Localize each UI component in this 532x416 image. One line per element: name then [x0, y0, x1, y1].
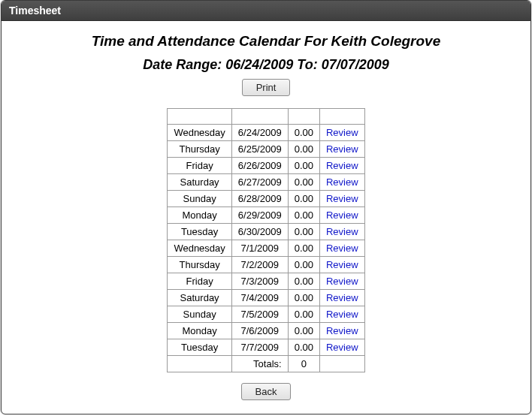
cell-day: Saturday: [168, 290, 231, 306]
cell-date: 7/3/2009: [231, 273, 288, 290]
review-link[interactable]: Review: [326, 176, 358, 188]
table-body: Wednesday6/24/20090.00ReviewThursday6/25…: [168, 125, 364, 356]
cell-day: Tuesday: [168, 224, 231, 240]
cell-hours: 0.00: [288, 158, 319, 174]
cell-action: Review: [319, 339, 364, 356]
cell-action: Review: [319, 273, 364, 290]
cell-action: Review: [319, 240, 364, 257]
cell-date: 7/2/2009: [231, 257, 288, 273]
cell-date: 6/30/2009: [231, 224, 288, 240]
review-link[interactable]: Review: [326, 210, 358, 221]
cell-hours: 0.00: [288, 174, 319, 191]
cell-hours: 0.00: [288, 207, 319, 224]
cell-action: Review: [319, 323, 364, 339]
cell-hours: 0.00: [288, 125, 319, 141]
cell-action: Review: [319, 125, 364, 141]
cell-day: Tuesday: [168, 339, 231, 356]
cell-hours: 0.00: [288, 290, 319, 306]
cell-date: 6/29/2009: [231, 207, 288, 224]
cell-date: 7/7/2009: [231, 339, 288, 356]
table-row: Wednesday7/1/20090.00Review: [168, 240, 364, 257]
review-link[interactable]: Review: [326, 193, 358, 204]
review-link[interactable]: Review: [326, 243, 358, 254]
totals-value: 0: [288, 356, 319, 372]
review-link[interactable]: Review: [326, 226, 358, 237]
cell-day: Friday: [168, 158, 231, 174]
cell-date: 6/27/2009: [231, 174, 288, 191]
review-link[interactable]: Review: [326, 143, 358, 155]
cell-hours: 0.00: [288, 257, 319, 273]
table-row: Tuesday7/7/20090.00Review: [168, 339, 364, 356]
print-button[interactable]: Print: [242, 79, 291, 96]
cell-hours: 0.00: [288, 323, 319, 339]
table-container: Wednesday6/24/20090.00ReviewThursday6/25…: [17, 108, 515, 372]
cell-action: Review: [319, 141, 364, 158]
cell-action: Review: [319, 306, 364, 323]
cell-action: Review: [319, 290, 364, 306]
table-row: Friday7/3/20090.00Review: [168, 273, 364, 290]
table-row: Monday6/29/20090.00Review: [168, 207, 364, 224]
cell-action: Review: [319, 207, 364, 224]
table-row: Thursday7/2/20090.00Review: [168, 257, 364, 273]
cell-date: 7/5/2009: [231, 306, 288, 323]
cell-action: Review: [319, 174, 364, 191]
header-cell-day: [168, 109, 231, 125]
header-cell-action: [319, 109, 364, 125]
review-link[interactable]: Review: [326, 276, 358, 287]
cell-date: 6/28/2009: [231, 191, 288, 207]
header-cell-date: [231, 109, 288, 125]
cell-hours: 0.00: [288, 224, 319, 240]
totals-label: Totals:: [231, 356, 288, 372]
table-row: Thursday6/25/20090.00Review: [168, 141, 364, 158]
table-row: Saturday6/27/20090.00Review: [168, 174, 364, 191]
review-link[interactable]: Review: [326, 309, 358, 320]
review-link[interactable]: Review: [326, 292, 358, 303]
cell-hours: 0.00: [288, 273, 319, 290]
table-row: Tuesday6/30/20090.00Review: [168, 224, 364, 240]
cell-action: Review: [319, 257, 364, 273]
cell-hours: 0.00: [288, 191, 319, 207]
date-range: Date Range: 06/24/2009 To: 07/07/2009: [17, 57, 515, 73]
totals-row: Totals: 0: [168, 356, 364, 372]
cell-day: Sunday: [168, 306, 231, 323]
cell-action: Review: [319, 224, 364, 240]
timesheet-window: Timesheet Time and Attendance Calendar F…: [1, 0, 531, 414]
cell-action: Review: [319, 191, 364, 207]
review-link[interactable]: Review: [326, 325, 358, 336]
cell-day: Saturday: [168, 174, 231, 191]
cell-day: Thursday: [168, 257, 231, 273]
cell-date: 6/24/2009: [231, 125, 288, 141]
cell-day: Sunday: [168, 191, 231, 207]
cell-date: 7/1/2009: [231, 240, 288, 257]
cell-hours: 0.00: [288, 240, 319, 257]
cell-day: Wednesday: [168, 240, 231, 257]
table-row: Sunday6/28/20090.00Review: [168, 191, 364, 207]
timesheet-table: Wednesday6/24/20090.00ReviewThursday6/25…: [167, 108, 364, 372]
table-header-row: [168, 109, 364, 125]
cell-day: Thursday: [168, 141, 231, 158]
header-cell-hours: [288, 109, 319, 125]
cell-date: 6/26/2009: [231, 158, 288, 174]
cell-date: 7/4/2009: [231, 290, 288, 306]
cell-day: Monday: [168, 323, 231, 339]
cell-hours: 0.00: [288, 306, 319, 323]
review-link[interactable]: Review: [326, 342, 358, 353]
cell-action: Review: [319, 158, 364, 174]
review-link[interactable]: Review: [326, 127, 358, 138]
table-row: Saturday7/4/20090.00Review: [168, 290, 364, 306]
table-row: Friday6/26/20090.00Review: [168, 158, 364, 174]
cell-date: 7/6/2009: [231, 323, 288, 339]
window-title: Timesheet: [9, 5, 61, 17]
totals-blank: [168, 356, 231, 372]
cell-day: Friday: [168, 273, 231, 290]
totals-action-blank: [319, 356, 364, 372]
window-titlebar: Timesheet: [2, 1, 530, 21]
review-link[interactable]: Review: [326, 259, 358, 270]
table-row: Sunday7/5/20090.00Review: [168, 306, 364, 323]
cell-day: Monday: [168, 207, 231, 224]
cell-hours: 0.00: [288, 339, 319, 356]
review-link[interactable]: Review: [326, 160, 358, 171]
cell-hours: 0.00: [288, 141, 319, 158]
back-button[interactable]: Back: [241, 383, 292, 400]
table-row: Wednesday6/24/20090.00Review: [168, 125, 364, 141]
